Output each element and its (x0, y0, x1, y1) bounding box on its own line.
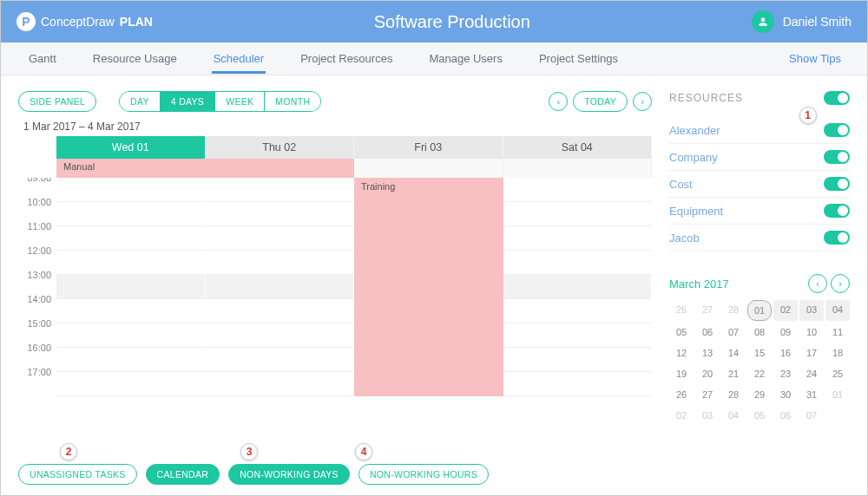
mini-cal-day[interactable]: 10 (799, 323, 824, 342)
day-header[interactable]: Sat 04 (503, 136, 653, 159)
mini-cal-day[interactable]: 02 (669, 406, 694, 425)
day-header[interactable]: Thu 02 (206, 136, 355, 159)
nav-gantt[interactable]: Gantt (27, 43, 58, 74)
nav-project-resources[interactable]: Project Resources (299, 43, 394, 74)
mini-cal-day[interactable]: 06 (695, 323, 720, 342)
resource-item: Alexander (669, 117, 850, 144)
mini-cal-day[interactable]: 03 (799, 300, 824, 321)
mini-cal-day[interactable]: 20 (695, 364, 720, 383)
mini-cal-day[interactable]: 06 (773, 406, 798, 425)
day-header[interactable]: Wed 01 (56, 136, 206, 159)
mini-cal-day[interactable]: 19 (669, 364, 694, 383)
view-week[interactable]: WEEK (215, 92, 265, 111)
mini-cal-day[interactable]: 01 (747, 300, 772, 321)
resource-name[interactable]: Equipment (669, 205, 723, 218)
mini-cal-day[interactable]: 26 (669, 385, 694, 404)
resource-toggle[interactable] (824, 231, 850, 245)
mini-cal-day[interactable]: 22 (747, 364, 772, 383)
logo-icon: P (16, 12, 36, 31)
next-range-button[interactable]: › (633, 92, 652, 111)
resources-title: RESOURCES (669, 92, 743, 104)
mini-cal-day[interactable]: 21 (721, 364, 746, 383)
resources-header: RESOURCES 1 (669, 91, 850, 105)
logo[interactable]: P ConceptDraw PLAN (16, 12, 153, 31)
resource-item: Cost (669, 171, 850, 198)
view-day[interactable]: DAY (120, 92, 161, 111)
mini-calendar: 2627280102030405060708091011121314151617… (669, 300, 850, 425)
mini-cal-day[interactable]: 04 (721, 406, 746, 425)
mini-cal-day[interactable]: 13 (695, 343, 720, 362)
resource-toggle[interactable] (824, 204, 850, 218)
mini-cal-day[interactable]: 15 (747, 343, 772, 362)
nav-project-settings[interactable]: Project Settings (537, 43, 620, 74)
mini-cal-day[interactable]: 28 (721, 385, 746, 404)
resources-master-toggle[interactable] (824, 91, 850, 105)
mini-cal-day[interactable]: 17 (799, 343, 824, 362)
brand-plan: PLAN (120, 15, 153, 29)
resource-toggle[interactable] (824, 123, 850, 137)
mini-cal-day[interactable]: 01 (825, 385, 850, 404)
nav-resource-usage[interactable]: Resource Usage (91, 43, 179, 74)
mini-cal-month: March 2017 (669, 277, 729, 290)
time-ruler: 09:0010:0011:00 12:0013:0014:00 15:0016:… (18, 178, 56, 452)
view-4days[interactable]: 4 DAYS (161, 92, 215, 111)
mini-cal-day[interactable]: 31 (799, 385, 824, 404)
day-header[interactable]: Fri 03 (354, 136, 503, 159)
mini-cal-day[interactable]: 05 (747, 406, 772, 425)
mini-cal-day[interactable]: 11 (825, 323, 850, 342)
mini-cal-day[interactable]: 28 (721, 300, 746, 321)
calendar-button[interactable]: CALENDAR (146, 464, 220, 485)
mini-cal-day[interactable]: 27 (695, 300, 720, 321)
mini-cal-day[interactable]: 07 (799, 406, 824, 425)
nav-manage-users[interactable]: Manage Users (427, 43, 504, 74)
mini-cal-day[interactable]: 08 (747, 323, 772, 342)
side-panel-button[interactable]: SIDE PANEL (18, 91, 96, 112)
user-menu[interactable]: Daniel Smith (752, 10, 852, 33)
show-tips-link[interactable]: Show Tips (789, 52, 841, 65)
main-nav: Gantt Resource Usage Scheduler Project R… (1, 42, 867, 75)
mini-cal-day[interactable]: 04 (825, 300, 850, 321)
mini-cal-day[interactable]: 25 (825, 364, 850, 383)
mini-cal-day[interactable]: 18 (825, 343, 850, 362)
app-header: P ConceptDraw PLAN Software Production D… (1, 1, 867, 42)
mini-cal-day[interactable]: 30 (773, 385, 798, 404)
non-working-hours-button[interactable]: NON-WORKING HOURS (358, 464, 489, 485)
mini-cal-prev[interactable]: ‹ (808, 274, 827, 293)
mini-cal-header: March 2017 ‹ › (669, 274, 850, 293)
unassigned-tasks-button[interactable]: UNASSIGNED TASKS (18, 464, 137, 485)
annotation-1: 1 (799, 107, 817, 124)
view-month[interactable]: MONTH (265, 92, 320, 111)
resource-name[interactable]: Jacob (669, 232, 700, 245)
resource-toggle[interactable] (824, 150, 850, 164)
resource-name[interactable]: Alexander (669, 124, 720, 137)
mini-cal-day[interactable]: 09 (773, 323, 798, 342)
day-header-row: Wed 01 Thu 02 Fri 03 Sat 04 (56, 136, 652, 159)
mini-cal-day[interactable]: 14 (721, 343, 746, 362)
resource-item: Company (669, 144, 850, 171)
resource-name[interactable]: Company (669, 151, 718, 164)
today-button[interactable]: TODAY (573, 91, 628, 112)
mini-cal-next[interactable]: › (831, 274, 850, 293)
mini-cal-day[interactable]: 05 (669, 323, 694, 342)
prev-range-button[interactable]: ‹ (549, 92, 568, 111)
resource-name[interactable]: Cost (669, 178, 693, 191)
mini-cal-day[interactable]: 27 (695, 385, 720, 404)
nav-scheduler[interactable]: Scheduler (212, 43, 266, 74)
date-range-label: 1 Mar 2017 – 4 Mar 2017 (23, 121, 652, 133)
mini-cal-day[interactable]: 23 (773, 364, 798, 383)
annotation-3: 3 (240, 443, 258, 460)
non-working-days-button[interactable]: NON-WORKING DAYS (228, 464, 350, 485)
resource-toggle[interactable] (824, 177, 850, 191)
mini-cal-day[interactable]: 07 (721, 323, 746, 342)
event-training[interactable]: Training (354, 178, 503, 396)
mini-cal-day[interactable]: 02 (773, 300, 798, 321)
mini-cal-day[interactable]: 24 (799, 364, 824, 383)
mini-cal-day[interactable]: 12 (669, 343, 694, 362)
mini-cal-day[interactable]: 03 (695, 406, 720, 425)
allday-row: Manual (56, 159, 652, 178)
mini-cal-day[interactable]: 29 (747, 385, 772, 404)
mini-cal-day[interactable]: 26 (669, 300, 694, 321)
event-manual[interactable]: Manual (56, 159, 354, 178)
mini-cal-day[interactable]: 16 (773, 343, 798, 362)
view-segmented: DAY 4 DAYS WEEK MONTH (119, 91, 321, 112)
